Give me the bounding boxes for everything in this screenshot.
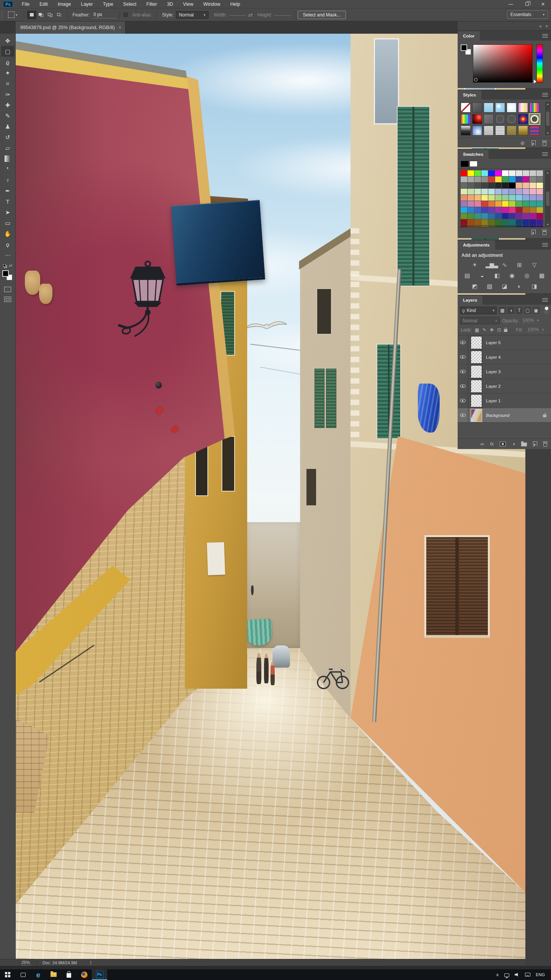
swatch[interactable] — [530, 213, 536, 219]
swatch[interactable] — [461, 225, 467, 227]
scroll-up-icon[interactable]: ▲ — [546, 103, 549, 105]
swatch[interactable] — [481, 201, 488, 207]
eyedropper-tool[interactable]: ✑ — [1, 89, 14, 100]
swatch[interactable] — [509, 225, 515, 227]
swatch[interactable] — [495, 219, 502, 225]
active-tool-icon[interactable] — [8, 11, 15, 18]
adjustment-color-balance[interactable]: ◒ — [478, 272, 486, 279]
hue-slider-arrow[interactable] — [534, 80, 536, 83]
swatch[interactable] — [516, 219, 522, 225]
dock-close-icon[interactable]: × — [546, 24, 548, 28]
new-layer-button[interactable] — [533, 441, 537, 446]
panel-menu-icon[interactable] — [542, 34, 548, 38]
type-tool[interactable]: T — [1, 196, 14, 207]
layer-name[interactable]: Layer 4 — [484, 355, 500, 359]
delete-layer-button[interactable] — [543, 443, 547, 447]
style-dropdown[interactable]: Normal ▾ — [176, 11, 209, 19]
blur-tool[interactable]: ❜ — [1, 164, 14, 175]
swatch[interactable] — [536, 213, 543, 219]
menu-type[interactable]: Type — [98, 0, 118, 8]
swatch[interactable] — [523, 176, 529, 182]
adjustment-gradient-map[interactable]: ◐ — [515, 283, 523, 290]
panel-menu-icon[interactable] — [542, 152, 548, 156]
close-document-icon[interactable]: × — [119, 25, 121, 30]
swatch[interactable] — [530, 225, 536, 227]
menu-edit[interactable]: Edit — [34, 0, 53, 8]
tool-preset-chevron-icon[interactable]: ▾ — [16, 13, 18, 17]
path-selection-tool[interactable]: ➤ — [1, 207, 14, 217]
style-spectrum[interactable] — [461, 114, 471, 124]
volume-icon[interactable] — [515, 973, 520, 977]
layer-name[interactable]: Layer 3 — [484, 369, 500, 374]
style-olive-flat[interactable] — [507, 126, 517, 136]
style-outline-1[interactable] — [495, 114, 505, 124]
swatch[interactable] — [495, 201, 502, 207]
scroll-down-icon[interactable]: ▼ — [546, 132, 549, 134]
swatch[interactable] — [502, 195, 509, 201]
new-style-button[interactable] — [531, 140, 536, 145]
panel-menu-icon[interactable] — [542, 93, 548, 96]
swatch[interactable] — [509, 176, 515, 182]
swatch[interactable] — [488, 213, 495, 219]
tray-chevron-icon[interactable]: ∧ — [496, 972, 499, 977]
style-red-glow-dark[interactable] — [472, 114, 482, 124]
default-swap-colors[interactable]: ⇄ — [3, 263, 12, 268]
style-silver-flat[interactable] — [484, 126, 494, 136]
foreground-color-swatch[interactable] — [2, 270, 9, 277]
zoom-tool[interactable]: ϙ — [1, 239, 14, 250]
color-fg-bg-swatches[interactable] — [461, 44, 472, 56]
adjustment-black-white[interactable]: ◧ — [493, 272, 501, 279]
swatch[interactable] — [488, 201, 495, 207]
swatch[interactable] — [536, 176, 543, 182]
style-pastel-gradient[interactable] — [518, 103, 528, 113]
menu-window[interactable]: Window — [198, 0, 225, 8]
swatch[interactable] — [502, 189, 509, 194]
adjustment-threshold[interactable]: ◪ — [500, 283, 508, 290]
delete-style-button[interactable] — [543, 142, 546, 146]
lock-artboard[interactable]: ⊡ — [497, 327, 501, 333]
width-input[interactable] — [229, 14, 246, 16]
swatch[interactable] — [468, 170, 474, 176]
tab-adjustments[interactable]: Adjustments — [458, 240, 495, 250]
height-input[interactable] — [274, 14, 291, 16]
swatch[interactable] — [523, 189, 529, 194]
swatch[interactable] — [461, 189, 467, 194]
swatch[interactable] — [536, 183, 543, 188]
swatch[interactable] — [530, 195, 536, 201]
swatch[interactable] — [509, 195, 515, 201]
filter-shape-layers[interactable]: ▢ — [524, 307, 531, 314]
swatch[interactable] — [502, 219, 509, 225]
swatch[interactable] — [481, 176, 488, 182]
lasso-tool[interactable]: ϱ — [1, 57, 14, 67]
swatch[interactable] — [536, 189, 543, 194]
adjustment-posterize[interactable]: ▨ — [486, 283, 493, 290]
swatch[interactable] — [461, 170, 467, 176]
swatch[interactable] — [523, 219, 529, 225]
swatch[interactable] — [461, 201, 467, 207]
style-default-bevel[interactable] — [472, 103, 482, 113]
swatch[interactable] — [530, 176, 536, 182]
fill-field[interactable]: 100%▾ — [526, 327, 545, 333]
scrollbar-thumb[interactable] — [546, 111, 549, 126]
lock-all-icon[interactable] — [504, 329, 507, 332]
quick-mask-mode-button[interactable]: ◌ — [4, 287, 11, 292]
swatch[interactable] — [474, 183, 481, 188]
swatch[interactable] — [509, 219, 515, 225]
pen-tool[interactable]: ✒ — [1, 185, 14, 196]
swatch[interactable] — [481, 195, 488, 201]
swatch[interactable] — [502, 201, 509, 207]
style-gold-gradient[interactable] — [518, 126, 528, 136]
store-app-button[interactable] — [61, 969, 77, 980]
feather-input[interactable]: 0 px — [92, 11, 116, 18]
filter-adjustment-layers[interactable]: ◑ — [507, 307, 514, 314]
zoom-level-field[interactable]: 25% — [21, 960, 31, 965]
style-sky-glow[interactable] — [495, 103, 505, 113]
start-button[interactable] — [0, 969, 15, 980]
swatch[interactable] — [488, 183, 495, 188]
tab-layers[interactable]: Layers — [458, 296, 483, 305]
foreground-color-swatch[interactable] — [461, 44, 467, 51]
menu-3d[interactable]: 3D — [162, 0, 178, 8]
style-sky-flat[interactable] — [484, 103, 494, 113]
swatch[interactable] — [502, 207, 509, 213]
swatch[interactable] — [495, 170, 502, 176]
